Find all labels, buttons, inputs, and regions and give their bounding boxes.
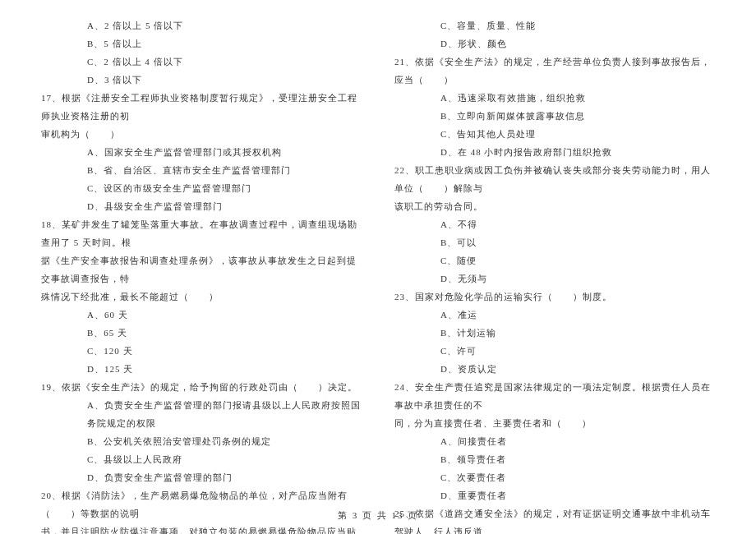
option: C、随便 xyxy=(394,251,715,269)
page-footer: 第 3 页 共 13 页 xyxy=(0,509,756,522)
option: C、设区的市级安全生产监督管理部门 xyxy=(41,179,362,197)
option: B、5 倍以上 xyxy=(41,35,362,53)
question-21: 21、依据《安全生产法》的规定，生产经营单位负责人接到事故报告后，应当（ ） xyxy=(394,53,715,89)
option: A、负责安全生产监督管理的部门报请县级以上人民政府按照国务院规定的权限 xyxy=(41,396,362,432)
question-17-cont: 审机构为（ ） xyxy=(41,125,362,143)
option: B、立即向新闻媒体披露事故信息 xyxy=(394,107,715,125)
question-18: 18、某矿井发生了罐笼坠落重大事故。在事故调查过程中，调查组现场勘查用了 5 天… xyxy=(41,215,362,251)
option: B、省、自治区、直辖市安全生产监督管理部门 xyxy=(41,161,362,179)
option: C、许可 xyxy=(394,342,715,360)
option: D、形状、颜色 xyxy=(394,35,715,53)
question-22: 22、职工患职业病或因工负伤并被确认丧失或部分丧失劳动能力时，用人单位（ ）解除… xyxy=(394,161,715,197)
option: C、2 倍以上 4 倍以下 xyxy=(41,53,362,71)
option: A、国家安全生产监督管理部门或其授权机构 xyxy=(41,143,362,161)
question-23: 23、国家对危险化学品的运输实行（ ）制度。 xyxy=(394,288,715,306)
question-22-cont: 该职工的劳动合同。 xyxy=(394,197,715,215)
right-column: C、容量、质量、性能 D、形状、颜色 21、依据《安全生产法》的规定，生产经营单… xyxy=(378,16,723,497)
question-24-cont: 同，分为直接责任者、主要责任者和（ ） xyxy=(394,414,715,432)
page-content: A、2 倍以上 5 倍以下 B、5 倍以上 C、2 倍以上 4 倍以下 D、3 … xyxy=(0,0,756,497)
option: A、60 天 xyxy=(41,306,362,324)
question-18-cont: 据《生产安全事故报告和调查处理条例》，该事故从事故发生之日起到提交事故调查报告，… xyxy=(41,251,362,288)
option: D、125 天 xyxy=(41,360,362,378)
option: D、县级安全生产监督管理部门 xyxy=(41,197,362,215)
option: B、可以 xyxy=(394,233,715,251)
option: C、120 天 xyxy=(41,342,362,360)
option: B、领导责任者 xyxy=(394,450,715,468)
option: D、在 48 小时内报告政府部门组织抢救 xyxy=(394,143,715,161)
option: C、告知其他人员处理 xyxy=(394,125,715,143)
option: A、间接责任者 xyxy=(394,432,715,450)
question-20-cont: 书，并且注明防火防爆注意事项。对独立包装的易燃易爆危险物品应当贴附危险品标签。 xyxy=(41,522,362,534)
question-17: 17、根据《注册安全工程师执业资格制度暂行规定》，受理注册安全工程师执业资格注册… xyxy=(41,89,362,125)
question-18-cont: 殊情况下经批准，最长不能超过（ ） xyxy=(41,288,362,306)
question-19: 19、依据《安全生产法》的规定，给予拘留的行政处罚由（ ）决定。 xyxy=(41,378,362,396)
option: D、无须与 xyxy=(394,269,715,288)
option: A、不得 xyxy=(394,215,715,233)
left-column: A、2 倍以上 5 倍以下 B、5 倍以上 C、2 倍以上 4 倍以下 D、3 … xyxy=(33,16,378,497)
option: A、2 倍以上 5 倍以下 xyxy=(41,16,362,35)
option: B、计划运输 xyxy=(394,324,715,342)
option: C、次要责任者 xyxy=(394,468,715,486)
option: B、公安机关依照治安管理处罚条例的规定 xyxy=(41,432,362,450)
option: A、准运 xyxy=(394,306,715,324)
option: A、迅速采取有效措施，组织抢救 xyxy=(394,89,715,107)
question-24: 24、安全生产责任追究是国家法律规定的一项法定制度。根据责任人员在事故中承担责任… xyxy=(394,378,715,414)
option: C、县级以上人民政府 xyxy=(41,450,362,468)
option: B、65 天 xyxy=(41,324,362,342)
option: D、负责安全生产监督管理的部门 xyxy=(41,468,362,486)
option: D、重要责任者 xyxy=(394,486,715,504)
option: C、容量、质量、性能 xyxy=(394,16,715,35)
option: D、资质认定 xyxy=(394,360,715,378)
option: D、3 倍以下 xyxy=(41,71,362,89)
